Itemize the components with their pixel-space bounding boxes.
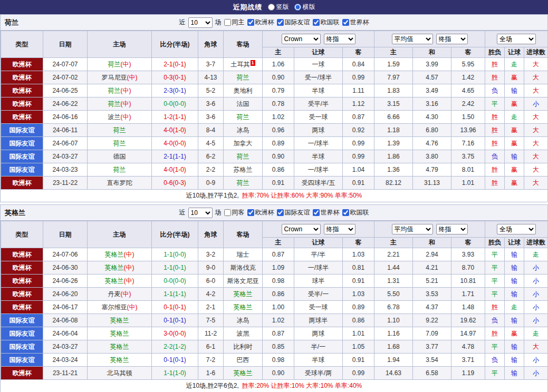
filter-checkbox[interactable] (342, 209, 349, 216)
away-team: 荷兰 (224, 177, 263, 190)
team-label: 奥地利 (234, 87, 253, 94)
filter-option[interactable]: 世界杯 (313, 208, 340, 217)
filter-option[interactable]: 欧国联 (342, 208, 369, 217)
layout-option-horizontal[interactable]: 横版 (294, 3, 315, 12)
result-handicap: 输 (505, 288, 524, 301)
score: 0-1(0-1) (152, 301, 198, 314)
competition-badge: 欧洲杯 (1, 111, 43, 124)
vertical-layout-radio[interactable] (268, 4, 275, 11)
competition-badge: 国际友谊 (1, 314, 43, 327)
filter-checkbox[interactable] (224, 209, 231, 216)
handicap-odds-home: 0.79 (263, 84, 294, 97)
filter-controls: 近10场同客欧洲杯国际友谊世界杯欧国联 (179, 208, 369, 218)
subcol-goals: 进球数 (524, 238, 548, 248)
avg-odds-away: 4.65 (451, 84, 485, 97)
avg-odds-home: 1.18 (374, 124, 413, 137)
filter-checkbox[interactable] (224, 19, 231, 26)
filter-checkbox[interactable] (313, 19, 320, 26)
handicap-line: 受球半/两 (294, 367, 343, 380)
avg-odds-draw: 2.94 (413, 248, 451, 261)
team-name: 英格兰 (5, 208, 25, 218)
matches-table: 类型 日期 主场 比分(半场) 角球 客场 Crown终指 平均值终指 全场 主… (1, 31, 548, 190)
avg-odds-away: 8.01 (451, 163, 485, 177)
topbar: 近期战绩 竖版 横版 (0, 0, 548, 14)
match-date: 23-11-22 (43, 177, 88, 190)
match-row: 国际友谊24-06-08英格兰0-1(0-1)7-5冰岛1.02两球半0.861… (1, 314, 548, 327)
filter-checkbox[interactable] (247, 19, 254, 26)
score: 1-1(1-0) (152, 367, 198, 380)
handicap-odds-away: 0.81 (343, 261, 374, 275)
score: 3-0(0-0) (152, 327, 198, 340)
average-select[interactable]: 平均值 (392, 224, 433, 234)
bookmaker-select[interactable]: Crown (282, 34, 321, 44)
score: 0-0(0-0) (152, 97, 198, 111)
handicap-odds-header: Crown终指 (263, 221, 374, 238)
games-label: 场 (215, 208, 222, 217)
filter-checkbox[interactable] (277, 209, 284, 216)
result-handicap: 赢 (505, 177, 524, 190)
home-team: 波兰(中) (88, 111, 152, 124)
competition-badge: 欧洲杯 (1, 71, 43, 84)
filter-option[interactable]: 同主 (224, 18, 245, 27)
filter-label: 同主 (232, 18, 245, 27)
average-select[interactable]: 平均值 (392, 34, 433, 44)
avg-odds-home: 5.50 (374, 288, 413, 301)
filter-option[interactable]: 国际友谊 (277, 208, 310, 217)
score: 1-2(1-1) (152, 111, 198, 124)
match-date: 24-03-23 (43, 163, 88, 177)
corners: 4-2 (198, 288, 224, 301)
result-handicap: 走 (505, 111, 524, 124)
col-date: 日期 (43, 221, 88, 248)
europe-index-select[interactable]: 终指 (436, 224, 468, 234)
filter-option[interactable]: 欧洲杯 (247, 18, 274, 27)
handicap-odds-home: 0.90 (263, 367, 294, 380)
handicap-odds-away: 1.04 (343, 163, 374, 177)
team-label: 斯洛文尼亚 (227, 277, 259, 285)
neutral-venue-mark: (中) (124, 251, 134, 258)
handicap-line: 一/球半 (294, 163, 343, 177)
handicap-index-select[interactable]: 终指 (324, 224, 355, 234)
filter-checkbox[interactable] (277, 19, 284, 26)
avg-odds-home: 1.83 (374, 84, 413, 97)
horizontal-layout-radio[interactable] (294, 4, 301, 11)
handicap-line: 受四球半/五 (294, 177, 343, 190)
match-date: 24-06-26 (43, 275, 88, 288)
avg-odds-home: 7.97 (374, 71, 413, 84)
result-wdl: 平 (485, 97, 505, 111)
away-team: 斯洛伐克 (224, 261, 263, 275)
result-goals: 大 (524, 163, 548, 177)
match-count-select[interactable]: 10 (188, 17, 213, 28)
scope-select[interactable]: 全场 (497, 34, 536, 44)
filter-checkbox[interactable] (247, 209, 254, 216)
team-label: 英格兰 (110, 356, 129, 364)
avg-odds-home: 1.59 (374, 58, 413, 71)
handicap-index-select[interactable]: 终指 (324, 34, 355, 44)
bookmaker-select[interactable]: Crown (282, 224, 321, 234)
match-count-select[interactable]: 10 (188, 208, 213, 218)
competition-badge: 国际友谊 (1, 354, 43, 367)
avg-odds-home: 1.94 (374, 354, 413, 367)
europe-index-select[interactable]: 终指 (436, 34, 468, 44)
competition-badge: 欧洲杯 (1, 367, 43, 380)
col-type: 类型 (1, 31, 43, 58)
filter-option[interactable]: 同客 (224, 208, 245, 217)
layout-option-vertical[interactable]: 竖版 (268, 3, 289, 12)
scope-header: 全场 (485, 31, 548, 47)
scope-select[interactable]: 全场 (497, 224, 536, 234)
result-handicap: 输 (505, 367, 524, 380)
handicap-odds-header: Crown终指 (263, 31, 374, 47)
filter-option[interactable]: 国际友谊 (277, 18, 310, 27)
team-label: 英格兰 (105, 264, 124, 271)
match-date: 24-07-06 (43, 248, 88, 261)
handicap-line: 受平/半 (294, 97, 343, 111)
filter-option[interactable]: 欧国联 (313, 18, 340, 27)
filter-option[interactable]: 欧洲杯 (247, 208, 274, 217)
filter-checkbox[interactable] (342, 19, 349, 26)
filter-checkbox[interactable] (313, 209, 320, 216)
col-away: 客场 (224, 31, 263, 58)
score: 0-0(0-0) (152, 275, 198, 288)
filter-option[interactable]: 世界杯 (342, 18, 369, 27)
corners: 4-5 (198, 137, 224, 150)
result-handicap: 输 (505, 314, 524, 327)
red-card-badge: 1 (251, 60, 255, 66)
